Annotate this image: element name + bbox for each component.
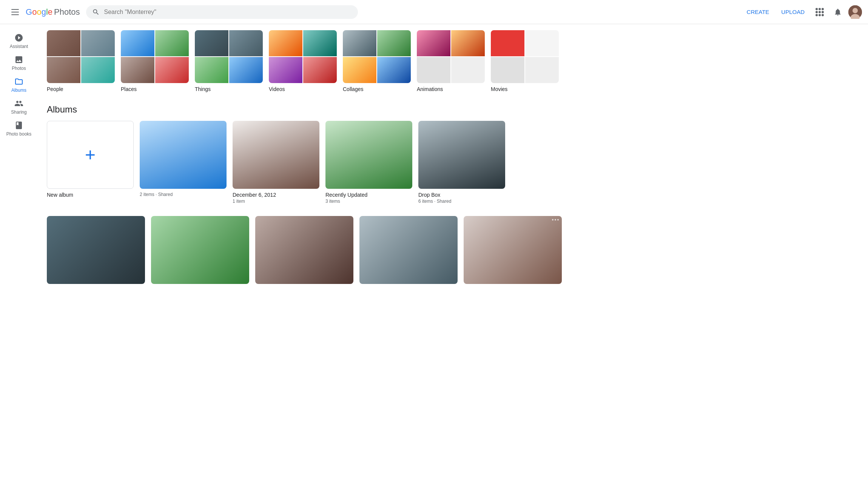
sidebar-item-sharing-label: Sharing (11, 110, 26, 115)
header-actions: CREATE UPLOAD (742, 5, 862, 20)
photos-icon (14, 55, 23, 64)
album-thumb-dec2012 (233, 121, 319, 189)
movies-thumb (491, 30, 559, 83)
category-label-people: People (47, 86, 115, 92)
search-icon (92, 8, 100, 16)
sidebar-item-sharing[interactable]: Sharing (0, 96, 38, 118)
header: Google Photos CREATE UPLOAD (0, 0, 868, 24)
sidebar-item-albums-label: Albums (11, 88, 26, 93)
menu-button[interactable] (6, 3, 24, 21)
sidebar-item-photobooks-label: Photo books (6, 131, 32, 137)
animations-thumb (417, 30, 485, 83)
avatar[interactable] (848, 5, 862, 19)
main-layout: Assistant Photos Albums Sharing Photo bo… (0, 24, 868, 492)
bottom-album-1[interactable] (47, 216, 145, 284)
bottom-album-4[interactable] (359, 216, 458, 284)
sidebar-item-photobooks[interactable]: Photo books (0, 118, 38, 140)
album-thumb-recently-updated (325, 121, 412, 189)
category-label-videos: Videos (269, 86, 337, 92)
albums-grid: + New album 2 items · Shared December 6,… (47, 121, 859, 204)
bottom-albums-row (47, 216, 859, 284)
category-item-collages[interactable]: Collages (343, 30, 411, 92)
upload-button[interactable]: UPLOAD (777, 6, 809, 18)
category-label-collages: Collages (343, 86, 411, 92)
album-item-dropbox[interactable]: Drop Box 6 items · Shared (418, 121, 505, 204)
videos-thumb (269, 30, 337, 83)
category-item-people[interactable]: People (47, 30, 115, 92)
category-item-videos[interactable]: Videos (269, 30, 337, 92)
category-item-things[interactable]: Things (195, 30, 263, 92)
bottom-album-3[interactable] (255, 216, 353, 284)
album-item-dec2012[interactable]: December 6, 2012 1 item (233, 121, 319, 204)
people-thumb (47, 30, 115, 83)
album-meta-dropbox: 6 items · Shared (418, 199, 505, 204)
album-meta-shared: 2 items · Shared (140, 192, 227, 197)
album-title-dropbox: Drop Box (418, 192, 505, 198)
album-meta-recently-updated: 3 items (325, 199, 412, 204)
user-avatar (848, 5, 862, 19)
assistant-icon (14, 33, 23, 42)
photobooks-icon (14, 121, 23, 130)
category-label-places: Places (121, 86, 189, 92)
collages-thumb (343, 30, 411, 83)
album-item-shared[interactable]: 2 items · Shared (140, 121, 227, 204)
category-item-animations[interactable]: Animations (417, 30, 485, 92)
album-title-dec2012: December 6, 2012 (233, 192, 319, 198)
svg-point-1 (853, 8, 858, 13)
search-input[interactable] (104, 9, 352, 15)
search-bar[interactable] (86, 5, 358, 19)
categories-grid: People Places Th (47, 30, 859, 92)
things-thumb (195, 30, 263, 83)
sidebar-item-assistant-label: Assistant (10, 44, 28, 49)
album-thumb-dropbox (418, 121, 505, 189)
category-label-things: Things (195, 86, 263, 92)
category-label-movies: Movies (491, 86, 559, 92)
bottom-album-5[interactable] (464, 216, 562, 284)
sidebar-item-photos[interactable]: Photos (0, 52, 38, 74)
category-label-animations: Animations (417, 86, 485, 92)
sidebar-item-albums[interactable]: Albums (0, 74, 38, 96)
notifications-button[interactable] (830, 5, 845, 20)
albums-section-title: Albums (47, 104, 859, 115)
sidebar-item-assistant[interactable]: Assistant (0, 30, 38, 52)
plus-icon: + (85, 146, 96, 164)
album-title-recently-updated: Recently Updated (325, 192, 412, 198)
new-album-title: New album (47, 192, 134, 198)
category-item-movies[interactable]: Movies (491, 30, 559, 92)
new-album-item[interactable]: + New album (47, 121, 134, 204)
bell-icon (834, 8, 842, 16)
sidebar-item-photos-label: Photos (12, 66, 26, 71)
create-button[interactable]: CREATE (742, 6, 774, 18)
category-item-places[interactable]: Places (121, 30, 189, 92)
album-item-recently-updated[interactable]: Recently Updated 3 items (325, 121, 412, 204)
logo-photos-text: Photos (54, 7, 80, 17)
new-album-thumb[interactable]: + (47, 121, 134, 189)
main-content: People Places Th (38, 24, 868, 492)
apps-button[interactable] (812, 5, 827, 20)
album-thumb-shared (140, 121, 227, 189)
sidebar: Assistant Photos Albums Sharing Photo bo… (0, 24, 38, 492)
sharing-icon (14, 99, 23, 108)
albums-icon (14, 77, 23, 86)
grid-dots-icon (816, 8, 824, 16)
bottom-album-2[interactable] (151, 216, 249, 284)
album-meta-dec2012: 1 item (233, 199, 319, 204)
logo[interactable]: Google Photos (26, 7, 80, 17)
places-thumb (121, 30, 189, 83)
